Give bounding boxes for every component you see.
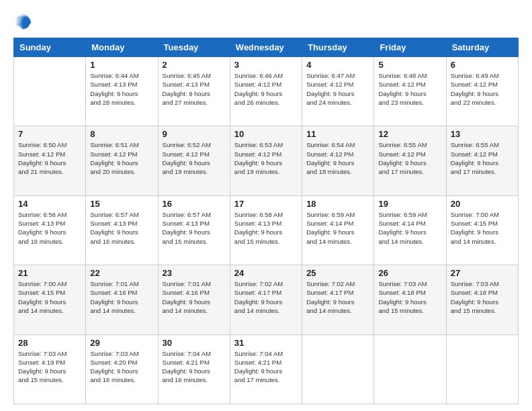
- cell-w5-d3: 31Sunrise: 7:04 AM Sunset: 4:21 PM Dayli…: [230, 334, 302, 404]
- weekday-header-row: SundayMondayTuesdayWednesdayThursdayFrid…: [14, 38, 519, 57]
- day-number-29: 29: [90, 338, 153, 348]
- cell-w2-d4: 11Sunrise: 6:54 AM Sunset: 4:12 PM Dayli…: [302, 126, 374, 195]
- day-info-15: Sunrise: 6:57 AM Sunset: 4:13 PM Dayligh…: [90, 210, 153, 246]
- cell-w1-d1: 1Sunrise: 6:44 AM Sunset: 4:13 PM Daylig…: [86, 57, 158, 126]
- cell-w4-d4: 25Sunrise: 7:02 AM Sunset: 4:17 PM Dayli…: [302, 265, 374, 334]
- day-info-12: Sunrise: 6:55 AM Sunset: 4:12 PM Dayligh…: [378, 140, 441, 176]
- day-number-26: 26: [378, 268, 441, 278]
- cell-w3-d2: 16Sunrise: 6:57 AM Sunset: 4:13 PM Dayli…: [158, 195, 230, 265]
- day-number-19: 19: [378, 199, 441, 209]
- cell-w1-d3: 3Sunrise: 6:46 AM Sunset: 4:12 PM Daylig…: [230, 57, 302, 126]
- day-info-18: Sunrise: 6:59 AM Sunset: 4:14 PM Dayligh…: [306, 210, 369, 246]
- day-info-4: Sunrise: 6:47 AM Sunset: 4:12 PM Dayligh…: [306, 71, 369, 107]
- cell-w2-d5: 12Sunrise: 6:55 AM Sunset: 4:12 PM Dayli…: [374, 126, 446, 195]
- day-info-23: Sunrise: 7:01 AM Sunset: 4:16 PM Dayligh…: [163, 279, 226, 315]
- day-info-5: Sunrise: 6:48 AM Sunset: 4:12 PM Dayligh…: [378, 71, 441, 107]
- weekday-header-saturday: Saturday: [446, 38, 518, 57]
- weekday-header-monday: Monday: [86, 38, 158, 57]
- day-number-9: 9: [163, 129, 226, 139]
- day-number-22: 22: [90, 268, 153, 278]
- day-number-18: 18: [306, 199, 369, 209]
- day-info-7: Sunrise: 6:50 AM Sunset: 4:12 PM Dayligh…: [18, 140, 81, 176]
- day-number-13: 13: [451, 129, 514, 139]
- day-number-10: 10: [234, 129, 298, 139]
- day-info-13: Sunrise: 6:55 AM Sunset: 4:12 PM Dayligh…: [451, 140, 514, 176]
- day-info-27: Sunrise: 7:03 AM Sunset: 4:18 PM Dayligh…: [451, 279, 514, 315]
- day-info-19: Sunrise: 6:59 AM Sunset: 4:14 PM Dayligh…: [378, 210, 441, 246]
- day-number-30: 30: [163, 338, 226, 348]
- weekday-header-tuesday: Tuesday: [158, 38, 230, 57]
- day-info-6: Sunrise: 6:49 AM Sunset: 4:12 PM Dayligh…: [451, 71, 514, 107]
- day-number-24: 24: [234, 268, 298, 278]
- day-number-27: 27: [451, 268, 514, 278]
- day-info-3: Sunrise: 6:46 AM Sunset: 4:12 PM Dayligh…: [234, 71, 298, 107]
- cell-w2-d1: 8Sunrise: 6:51 AM Sunset: 4:12 PM Daylig…: [86, 126, 158, 195]
- week-row-2: 7Sunrise: 6:50 AM Sunset: 4:12 PM Daylig…: [14, 126, 519, 195]
- cell-w2-d3: 10Sunrise: 6:53 AM Sunset: 4:12 PM Dayli…: [230, 126, 302, 195]
- day-info-2: Sunrise: 6:45 AM Sunset: 4:13 PM Dayligh…: [163, 71, 226, 107]
- cell-w3-d0: 14Sunrise: 6:56 AM Sunset: 4:13 PM Dayli…: [14, 195, 86, 265]
- cell-w5-d4: [302, 334, 374, 404]
- day-info-8: Sunrise: 6:51 AM Sunset: 4:12 PM Dayligh…: [90, 140, 153, 176]
- day-number-3: 3: [234, 60, 298, 70]
- week-row-5: 28Sunrise: 7:03 AM Sunset: 4:19 PM Dayli…: [14, 334, 519, 404]
- day-info-31: Sunrise: 7:04 AM Sunset: 4:21 PM Dayligh…: [234, 349, 298, 385]
- page: SundayMondayTuesdayWednesdayThursdayFrid…: [0, 0, 532, 411]
- cell-w2-d6: 13Sunrise: 6:55 AM Sunset: 4:12 PM Dayli…: [446, 126, 518, 195]
- cell-w1-d4: 4Sunrise: 6:47 AM Sunset: 4:12 PM Daylig…: [302, 57, 374, 126]
- cell-w5-d2: 30Sunrise: 7:04 AM Sunset: 4:21 PM Dayli…: [158, 334, 230, 404]
- day-number-7: 7: [18, 129, 81, 139]
- day-info-22: Sunrise: 7:01 AM Sunset: 4:16 PM Dayligh…: [90, 279, 153, 315]
- cell-w3-d3: 17Sunrise: 6:58 AM Sunset: 4:13 PM Dayli…: [230, 195, 302, 265]
- day-number-31: 31: [234, 338, 298, 348]
- weekday-header-wednesday: Wednesday: [230, 38, 302, 57]
- weekday-header-thursday: Thursday: [302, 38, 374, 57]
- cell-w3-d6: 20Sunrise: 7:00 AM Sunset: 4:15 PM Dayli…: [446, 195, 518, 265]
- day-info-17: Sunrise: 6:58 AM Sunset: 4:13 PM Dayligh…: [234, 210, 298, 246]
- day-number-6: 6: [451, 60, 514, 70]
- day-info-11: Sunrise: 6:54 AM Sunset: 4:12 PM Dayligh…: [306, 140, 369, 176]
- day-info-30: Sunrise: 7:04 AM Sunset: 4:21 PM Dayligh…: [163, 349, 226, 385]
- header: [13, 12, 519, 31]
- day-number-12: 12: [378, 129, 441, 139]
- day-number-17: 17: [234, 199, 298, 209]
- day-info-25: Sunrise: 7:02 AM Sunset: 4:17 PM Dayligh…: [306, 279, 369, 315]
- day-number-16: 16: [163, 199, 226, 209]
- cell-w3-d1: 15Sunrise: 6:57 AM Sunset: 4:13 PM Dayli…: [86, 195, 158, 265]
- day-number-21: 21: [18, 268, 81, 278]
- day-info-20: Sunrise: 7:00 AM Sunset: 4:15 PM Dayligh…: [451, 210, 514, 246]
- day-info-10: Sunrise: 6:53 AM Sunset: 4:12 PM Dayligh…: [234, 140, 298, 176]
- day-info-16: Sunrise: 6:57 AM Sunset: 4:13 PM Dayligh…: [163, 210, 226, 246]
- day-number-14: 14: [18, 199, 81, 209]
- cell-w4-d2: 23Sunrise: 7:01 AM Sunset: 4:16 PM Dayli…: [158, 265, 230, 334]
- day-number-11: 11: [306, 129, 369, 139]
- day-number-28: 28: [18, 338, 81, 348]
- cell-w2-d2: 9Sunrise: 6:52 AM Sunset: 4:12 PM Daylig…: [158, 126, 230, 195]
- week-row-4: 21Sunrise: 7:00 AM Sunset: 4:15 PM Dayli…: [14, 265, 519, 334]
- cell-w5-d0: 28Sunrise: 7:03 AM Sunset: 4:19 PM Dayli…: [14, 334, 86, 404]
- week-row-1: 1Sunrise: 6:44 AM Sunset: 4:13 PM Daylig…: [14, 57, 519, 126]
- day-info-24: Sunrise: 7:02 AM Sunset: 4:17 PM Dayligh…: [234, 279, 298, 315]
- day-number-5: 5: [378, 60, 441, 70]
- cell-w4-d6: 27Sunrise: 7:03 AM Sunset: 4:18 PM Dayli…: [446, 265, 518, 334]
- day-number-23: 23: [163, 268, 226, 278]
- day-number-15: 15: [90, 199, 153, 209]
- day-number-8: 8: [90, 129, 153, 139]
- day-number-4: 4: [306, 60, 369, 70]
- day-number-20: 20: [451, 199, 514, 209]
- cell-w1-d5: 5Sunrise: 6:48 AM Sunset: 4:12 PM Daylig…: [374, 57, 446, 126]
- cell-w1-d0: [14, 57, 86, 126]
- cell-w4-d5: 26Sunrise: 7:03 AM Sunset: 4:18 PM Dayli…: [374, 265, 446, 334]
- weekday-header-friday: Friday: [374, 38, 446, 57]
- calendar-header: SundayMondayTuesdayWednesdayThursdayFrid…: [14, 38, 519, 57]
- cell-w1-d2: 2Sunrise: 6:45 AM Sunset: 4:13 PM Daylig…: [158, 57, 230, 126]
- cell-w5-d5: [374, 334, 446, 404]
- cell-w3-d5: 19Sunrise: 6:59 AM Sunset: 4:14 PM Dayli…: [374, 195, 446, 265]
- day-number-1: 1: [90, 60, 153, 70]
- day-info-9: Sunrise: 6:52 AM Sunset: 4:12 PM Dayligh…: [163, 140, 226, 176]
- day-info-14: Sunrise: 6:56 AM Sunset: 4:13 PM Dayligh…: [18, 210, 81, 246]
- calendar-body: 1Sunrise: 6:44 AM Sunset: 4:13 PM Daylig…: [14, 57, 519, 404]
- day-info-28: Sunrise: 7:03 AM Sunset: 4:19 PM Dayligh…: [18, 349, 81, 385]
- cell-w1-d6: 6Sunrise: 6:49 AM Sunset: 4:12 PM Daylig…: [446, 57, 518, 126]
- day-number-2: 2: [163, 60, 226, 70]
